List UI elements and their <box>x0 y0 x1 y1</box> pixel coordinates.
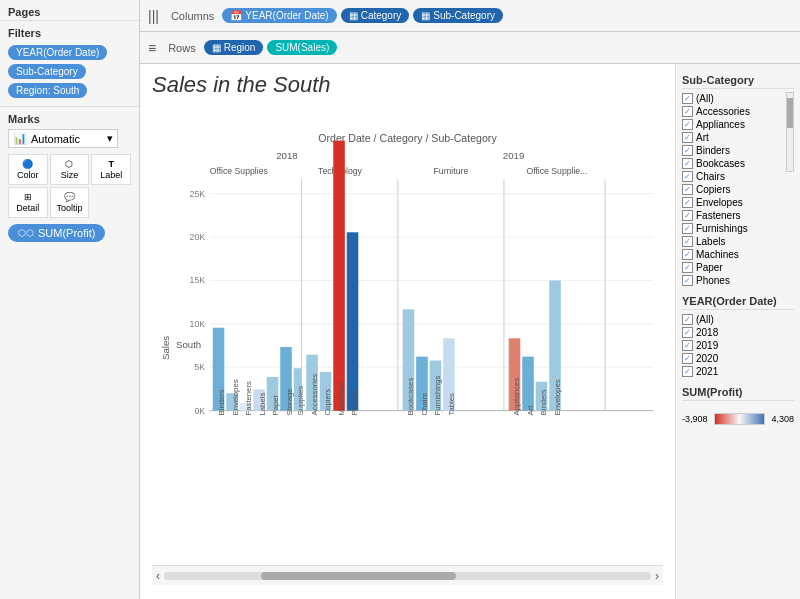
label-button[interactable]: T Label <box>91 154 131 185</box>
subcategory-item[interactable]: Copiers <box>682 183 794 196</box>
year-checkbox[interactable] <box>682 327 693 338</box>
x-axis-labels: Binders <box>217 389 226 415</box>
size-icon: ⬡ <box>65 159 73 169</box>
subcategory-item-label: Labels <box>696 236 725 247</box>
svg-text:Office Supplies: Office Supplies <box>210 166 269 176</box>
row-pills: ▦ Region SUM(Sales) <box>204 40 338 55</box>
subcategory-checkbox[interactable] <box>682 197 693 208</box>
subcategory-checkbox[interactable] <box>682 158 693 169</box>
subcategory-checkbox[interactable] <box>682 93 693 104</box>
subcategory-item[interactable]: Furnishings <box>682 222 794 235</box>
subcategory-item[interactable]: Phones <box>682 274 794 287</box>
region-row[interactable]: ▦ Region <box>204 40 264 55</box>
right-panel: Sub-Category (All)AccessoriesAppliancesA… <box>675 64 800 599</box>
subcategory-filter-list: (All)AccessoriesAppliancesArtBindersBook… <box>682 92 794 287</box>
size-button[interactable]: ⬡ Size <box>50 154 90 185</box>
marks-type-dropdown[interactable]: 📊 Automatic ▾ <box>8 129 118 148</box>
column-pills: 📅 YEAR(Order Date) ▦ Category ▦ Sub-Cate… <box>222 8 503 23</box>
subcategory-item[interactable]: Paper <box>682 261 794 274</box>
label-text: Label <box>100 170 122 180</box>
filters-section: Filters YEAR(Order Date) Sub-Category Re… <box>0 21 139 107</box>
subcategory-scroll-thumb[interactable] <box>787 98 793 128</box>
tooltip-icon: 💬 <box>64 192 75 202</box>
subcategory-item-label: Furnishings <box>696 223 748 234</box>
svg-text:Bookcases: Bookcases <box>406 378 415 416</box>
svg-text:Chairs: Chairs <box>420 393 429 415</box>
color-icon: 🔵 <box>22 159 33 169</box>
svg-text:15K: 15K <box>190 275 206 285</box>
year-item[interactable]: 2018 <box>682 326 794 339</box>
scroll-thumb[interactable] <box>261 572 456 580</box>
columns-label: Columns <box>171 10 214 22</box>
subcategory-checkbox[interactable] <box>682 249 693 260</box>
svg-text:Sales: Sales <box>160 336 171 360</box>
subcategory-item-label: Bookcases <box>696 158 745 169</box>
scroll-left-arrow[interactable]: ‹ <box>156 569 160 583</box>
scroll-bar: ‹ › <box>152 565 663 585</box>
subcategory-item-label: Binders <box>696 145 730 156</box>
chart-title: Sales in the South <box>152 72 663 98</box>
subcategory-item[interactable]: Envelopes <box>682 196 794 209</box>
scroll-right-arrow[interactable]: › <box>655 569 659 583</box>
subcategory-item-label: Fasteners <box>696 210 740 221</box>
region-filter-pill[interactable]: Region: South <box>8 83 87 98</box>
subcategory-item[interactable]: Binders <box>682 144 794 157</box>
chart-area: Sales in the South Order Date / Category… <box>140 64 800 599</box>
year-checkbox[interactable] <box>682 340 693 351</box>
subcategory-checkbox[interactable] <box>682 119 693 130</box>
subcategory-item[interactable]: Chairs <box>682 170 794 183</box>
svg-text:Envelopes: Envelopes <box>553 379 562 415</box>
svg-text:Machines: Machines <box>337 382 346 415</box>
subcategory-item[interactable]: Bookcases <box>682 157 794 170</box>
subcategory-filter-pill[interactable]: Sub-Category <box>8 64 86 79</box>
color-button[interactable]: 🔵 Color <box>8 154 48 185</box>
marks-type-row: 📊 Automatic ▾ <box>8 129 131 148</box>
year-filter-pill[interactable]: YEAR(Order Date) <box>8 45 107 60</box>
subcategory-item[interactable]: Accessories <box>682 105 794 118</box>
sum-sales-row[interactable]: SUM(Sales) <box>267 40 337 55</box>
subcategory-item[interactable]: Appliances <box>682 118 794 131</box>
sum-profit-pill[interactable]: SUM(Profit) <box>8 224 105 242</box>
tooltip-label: Tooltip <box>56 203 82 213</box>
subcategory-item[interactable]: Labels <box>682 235 794 248</box>
svg-text:Binders: Binders <box>217 389 226 415</box>
svg-rect-34 <box>347 232 359 410</box>
subcategory-checkbox[interactable] <box>682 106 693 117</box>
subcategory-filter-title: Sub-Category <box>682 74 794 89</box>
chart-container: Order Date / Category / Sub-Category 201… <box>152 102 663 565</box>
svg-text:Binders: Binders <box>539 389 548 415</box>
table-icon-sub: ▦ <box>421 10 430 21</box>
subcategory-item[interactable]: Fasteners <box>682 209 794 222</box>
subcategory-item[interactable]: Art <box>682 131 794 144</box>
subcategory-checkbox[interactable] <box>682 132 693 143</box>
subcategory-item-label: Phones <box>696 275 730 286</box>
subcategory-checkbox[interactable] <box>682 171 693 182</box>
subcategory-checkbox[interactable] <box>682 223 693 234</box>
year-checkbox[interactable] <box>682 366 693 377</box>
profit-max-label: 4,308 <box>771 414 794 424</box>
year-item[interactable]: (All) <box>682 313 794 326</box>
year-item[interactable]: 2021 <box>682 365 794 378</box>
subcategory-checkbox[interactable] <box>682 275 693 286</box>
scroll-track[interactable] <box>164 572 651 580</box>
profit-color-legend: -3,908 4,308 <box>682 404 794 434</box>
tooltip-button[interactable]: 💬 Tooltip <box>50 187 90 218</box>
year-item[interactable]: 2020 <box>682 352 794 365</box>
subcategory-item[interactable]: (All) <box>682 92 794 105</box>
subcategory-checkbox[interactable] <box>682 184 693 195</box>
category-col[interactable]: ▦ Category <box>341 8 410 23</box>
subcategory-checkbox[interactable] <box>682 145 693 156</box>
year-order-date-col[interactable]: 📅 YEAR(Order Date) <box>222 8 336 23</box>
svg-text:Fasteners: Fasteners <box>244 381 253 415</box>
subcategory-checkbox[interactable] <box>682 210 693 221</box>
subcategory-item[interactable]: Machines <box>682 248 794 261</box>
subcategory-col[interactable]: ▦ Sub-Category <box>413 8 503 23</box>
detail-button[interactable]: ⊞ Detail <box>8 187 48 218</box>
year-checkbox[interactable] <box>682 314 693 325</box>
year-checkbox[interactable] <box>682 353 693 364</box>
year-item[interactable]: 2019 <box>682 339 794 352</box>
rows-icon: ≡ <box>148 40 156 56</box>
subcategory-checkbox[interactable] <box>682 262 693 273</box>
subcategory-checkbox[interactable] <box>682 236 693 247</box>
subcategory-scrollbar[interactable] <box>786 92 794 172</box>
